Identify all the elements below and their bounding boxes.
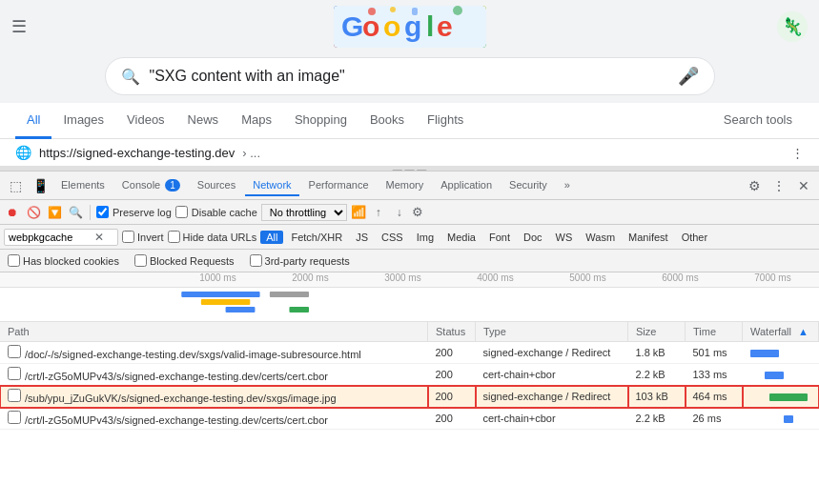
filter-css[interactable]: CSS [376,231,409,244]
search-icon: 🔍 [121,68,140,86]
search-icon[interactable]: 🔍 [67,204,84,221]
cell-size: 2.2 kB [628,408,686,430]
col-header-waterfall[interactable]: Waterfall ▲ [743,322,819,342]
devtools-close-icon[interactable]: ✕ [792,174,815,197]
cell-waterfall [743,364,819,386]
table-row[interactable]: /doc/-/s/signed-exchange-testing.dev/sxg… [0,342,819,364]
col-header-time[interactable]: Time [686,322,743,342]
devtools-tab-network[interactable]: Network [245,175,298,196]
cell-type: cert-chain+cbor [476,364,628,386]
network-table: Path Status Type Size Time Waterfall ▲ /… [0,322,819,430]
filter-all[interactable]: All [260,231,283,244]
cell-size: 103 kB [628,386,686,408]
table-row[interactable]: /crt/l-zG5oMUPv43/s/signed-exchange-test… [0,364,819,386]
hide-data-urls-label[interactable]: Hide data URLs [168,231,257,243]
timeline-mark-1: 1000 ms [172,272,264,283]
export-icon[interactable]: ↓ [391,204,408,221]
preserve-log-checkbox[interactable] [96,206,109,218]
filter-wasm[interactable]: Wasm [580,231,621,244]
invert-checkbox-label[interactable]: Invert [122,231,164,243]
tab-all[interactable]: All [15,103,51,139]
settings-icon[interactable]: ⚙ [412,205,423,219]
import-icon[interactable]: ↑ [370,204,387,221]
tab-flights[interactable]: Flights [416,103,475,139]
devtools-tab-security[interactable]: Security [502,175,555,196]
col-header-status[interactable]: Status [428,322,476,342]
devtools-tab-application[interactable]: Application [433,175,500,196]
result-favicon: 🌐 [15,145,31,160]
tab-books[interactable]: Books [358,103,416,139]
browser-top-bar: ☰ G o o g l e [0,0,819,53]
filter-ws[interactable]: WS [550,231,579,244]
disable-cache-label[interactable]: Disable cache [175,206,257,218]
tab-search-tools[interactable]: Search tools [712,103,804,139]
inspect-element-icon[interactable]: ⬚ [4,174,27,197]
filter-icon[interactable]: 🔽 [46,204,63,221]
svg-rect-11 [181,292,259,297]
invert-checkbox[interactable] [122,231,134,243]
cell-waterfall [743,342,819,364]
preserve-log-checkbox-label[interactable]: Preserve log [96,206,172,218]
third-party-checkbox[interactable] [250,254,262,267]
blocked-requests-checkbox[interactable] [134,254,147,267]
devtools-more-icon[interactable]: ⋮ [768,174,790,197]
table-row[interactable]: /crt/l-zG5oMUPv43/s/signed-exchange-test… [0,408,819,430]
devtools-tab-memory[interactable]: Memory [379,175,432,196]
devtools-tab-sources[interactable]: Sources [190,175,243,196]
devtools-settings-icon[interactable]: ⚙ [743,174,766,197]
svg-text:o: o [362,10,379,42]
filter-clear-icon[interactable]: ✕ [94,231,104,244]
sort-arrow: ▲ [798,326,809,337]
devtools-more-tabs[interactable]: » [557,175,578,196]
devtools-tab-console[interactable]: Console 1 [114,175,188,196]
microphone-icon[interactable]: 🎤 [678,66,699,87]
disable-cache-checkbox[interactable] [175,206,188,218]
row-checkbox[interactable] [8,367,21,380]
cell-time: 464 ms [686,386,743,408]
search-input[interactable] [150,68,678,85]
network-toolbar: ⏺ 🚫 🔽 🔍 Preserve log Disable cache No th… [0,200,819,225]
blocked-cookies-checkbox[interactable] [8,254,20,267]
filter-other[interactable]: Other [676,231,714,244]
filter-img[interactable]: Img [411,231,440,244]
tab-maps[interactable]: Maps [230,103,283,139]
filter-input[interactable] [9,232,94,243]
search-bar-row: 🔍 🎤 [0,53,819,103]
tab-shopping[interactable]: Shopping [283,103,358,139]
table-body: /doc/-/s/signed-exchange-testing.dev/sxg… [0,342,819,430]
col-header-path[interactable]: Path [0,322,428,342]
result-more-icon[interactable]: ⋮ [791,146,804,160]
nav-tabs: All Images Videos News Maps Shopping Boo… [0,103,819,139]
record-button[interactable]: ⏺ [4,204,21,221]
svg-text:g: g [404,10,420,42]
blocked-cookies-label[interactable]: Has blocked cookies [8,254,119,267]
device-toggle-icon[interactable]: 📱 [29,174,51,197]
row-checkbox[interactable] [8,345,21,358]
row-checkbox[interactable] [8,389,21,402]
tab-images[interactable]: Images [51,103,115,139]
filter-manifest[interactable]: Manifest [623,231,674,244]
tab-videos[interactable]: Videos [115,103,176,139]
timeline-mark-7: 7000 ms [727,272,819,283]
hide-data-urls-checkbox[interactable] [168,231,180,243]
profile-icon[interactable]: 🦎 [777,11,808,42]
filter-fetch-xhr[interactable]: Fetch/XHR [285,231,348,244]
devtools-tab-elements[interactable]: Elements [53,175,113,196]
network-table-container: Path Status Type Size Time Waterfall ▲ /… [0,322,819,430]
throttle-select[interactable]: No throttling [261,204,347,221]
clear-button[interactable]: 🚫 [25,204,42,221]
tab-news[interactable]: News [176,103,231,139]
devtools-tab-performance[interactable]: Performance [301,175,377,196]
google-doodle: G o o g l e [42,6,777,48]
hamburger-icon[interactable]: ☰ [11,16,27,37]
filter-font[interactable]: Font [483,231,516,244]
blocked-requests-label[interactable]: Blocked Requests [134,254,235,267]
row-checkbox[interactable] [8,411,21,424]
filter-doc[interactable]: Doc [518,231,548,244]
third-party-label[interactable]: 3rd-party requests [250,254,350,267]
col-header-size[interactable]: Size [628,322,686,342]
table-row[interactable]: /sub/ypu_jZuGukVK/s/signed-exchange-test… [0,386,819,408]
filter-js[interactable]: JS [350,231,374,244]
filter-media[interactable]: Media [441,231,481,244]
col-header-type[interactable]: Type [476,322,628,342]
